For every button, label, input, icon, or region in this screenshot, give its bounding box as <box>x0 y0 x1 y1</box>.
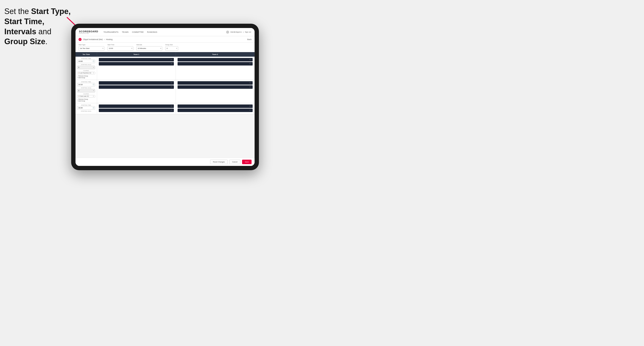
action-links-2: ○ Remove Group + Add Group <box>77 98 95 102</box>
table-body: STARTING TIME: STARTING HOLE: 1 COURSE: … <box>76 57 254 158</box>
start-type-select[interactable]: 1st Tee Start Shotgun Start <box>78 46 104 51</box>
nav-links: TOURNAMENTS TEAMS COMMITTEE RANKINGS <box>103 31 226 34</box>
intervals-select[interactable]: 10 Minutes 5 Minutes 15 Minutes <box>136 46 162 51</box>
nav-committee[interactable]: COMMITTEE <box>132 31 144 34</box>
tee-time-col-1: STARTING TIME: STARTING HOLE: 1 COURSE: … <box>76 57 97 80</box>
remove-group-1[interactable]: ○ Remove Group <box>77 75 95 77</box>
save-button[interactable]: Save <box>242 160 252 164</box>
start-time-group: Start Time 10:00 <box>108 44 133 51</box>
starting-time-input-wrap-2 <box>77 83 95 86</box>
starting-time-input-wrap-3 <box>77 106 95 110</box>
player-row-5-1: ✕ › <box>99 105 174 108</box>
nav-user: blair@clippd.io | Sign out <box>226 31 251 34</box>
group-size-select[interactable]: 3 2 4 <box>165 46 178 51</box>
intervals-select-wrap: 10 Minutes 5 Minutes 15 Minutes <box>136 46 162 51</box>
course-remove-1[interactable]: ✕ <box>93 72 94 74</box>
player-remove-6-1[interactable]: ✕ <box>250 105 251 107</box>
breadcrumb-bar: C Clippd Invitational (Me) › Hosting Bac… <box>76 36 254 43</box>
starting-time-label-2: STARTING TIME: <box>77 81 95 83</box>
player-expand-6-2[interactable]: › <box>251 109 252 111</box>
controls-row: Start Type 1st Tee Start Shotgun Start S… <box>76 43 254 52</box>
player-expand-1-1[interactable]: › <box>172 59 173 60</box>
player-remove-2-2[interactable]: ✕ <box>250 63 251 65</box>
back-button[interactable]: Back <box>247 38 252 40</box>
player-expand-4-2[interactable]: › <box>251 86 252 88</box>
start-time-select[interactable]: 10:00 <box>108 46 133 51</box>
player-remove-5-1[interactable]: ✕ <box>171 105 172 107</box>
nav-teams[interactable]: TEAMS <box>122 31 128 34</box>
course-remove-2[interactable]: ✕ <box>93 95 94 97</box>
add-group-1[interactable]: + Add Group <box>77 77 95 78</box>
starting-time-input-3[interactable] <box>77 106 95 110</box>
player-row-4-2: ✕ › <box>178 85 253 89</box>
section-name: Hosting <box>106 38 112 40</box>
instruction-text: Set the Start Type, Start Time, Interval… <box>4 6 73 47</box>
player-expand-4-1[interactable]: › <box>251 82 252 84</box>
start-type-group: Start Type 1st Tee Start Shotgun Start <box>78 44 104 51</box>
player-expand-2-1[interactable]: › <box>251 59 252 60</box>
player-row-1-2: ✕ › <box>99 62 174 65</box>
player-remove-3-2[interactable]: ✕ <box>171 86 172 88</box>
th-team2: Team 2 <box>176 52 254 57</box>
player-remove-4-2[interactable]: ✕ <box>250 86 251 88</box>
starting-time-input-wrap-1 <box>77 60 95 63</box>
group-row-1: STARTING TIME: STARTING HOLE: 1 COURSE: … <box>76 57 254 80</box>
brand-logo: C <box>78 38 82 41</box>
starting-time-label-3: STARTING TIME: <box>77 105 95 106</box>
tablet-frame: SCOREBOARD Powered by clipp TOURNAMENTS … <box>71 24 259 170</box>
nav-rankings[interactable]: RANKINGS <box>147 31 157 34</box>
intervals-group: Intervals 10 Minutes 5 Minutes 15 Minute… <box>136 44 162 51</box>
player-expand-3-2[interactable]: › <box>172 86 173 88</box>
breadcrumb: C Clippd Invitational (Me) › Hosting <box>78 38 112 41</box>
tee-time-col-2: STARTING TIME: STARTING HOLE: 1 COURSE: … <box>76 80 97 103</box>
start-type-label: Start Type <box>78 44 104 45</box>
course-name-1: (A) Peachtree GC <box>80 72 92 74</box>
course-name-2: East Lake GC <box>80 95 89 97</box>
team2-col-3: ✕ › ✕ › <box>176 103 254 114</box>
player-expand-5-1[interactable]: › <box>172 105 173 107</box>
reset-button[interactable]: Reset Changes <box>210 160 228 164</box>
group-size-select-wrap: 3 2 4 <box>165 46 178 51</box>
player-row-2-1: ✕ › <box>178 58 253 61</box>
player-remove-1-2[interactable]: ✕ <box>171 63 172 65</box>
starting-hole-select-wrap-1: 1 <box>77 66 95 69</box>
group-size-label: Group Size <box>165 44 178 45</box>
separator: | <box>243 31 244 33</box>
group-row-2: STARTING TIME: STARTING HOLE: 1 COURSE: … <box>76 80 254 103</box>
tee-time-col-3: STARTING TIME: STARTING HOLE: <box>76 103 97 114</box>
player-expand-1-2[interactable]: › <box>172 63 173 64</box>
nav-bar: SCOREBOARD Powered by clipp TOURNAMENTS … <box>76 28 254 36</box>
player-remove-1-1[interactable]: ✕ <box>171 59 172 61</box>
player-expand-2-2[interactable]: › <box>251 63 252 64</box>
player-expand-5-2[interactable]: › <box>172 109 173 111</box>
starting-time-input-1[interactable] <box>77 60 95 63</box>
player-remove-4-1[interactable]: ✕ <box>250 82 251 84</box>
course-tag-2: 🏌 East Lake GC ✕ <box>77 95 95 98</box>
starting-hole-select-1[interactable]: 1 <box>77 66 95 69</box>
nav-tournaments[interactable]: TOURNAMENTS <box>103 31 118 34</box>
starting-hole-label-3: STARTING HOLE: <box>77 111 95 112</box>
remove-group-2[interactable]: ○ Remove Group <box>77 98 95 100</box>
player-row-1-1: ✕ › <box>99 58 174 61</box>
add-group-2[interactable]: + Add Group <box>77 100 95 102</box>
starting-time-input-2[interactable] <box>77 83 95 86</box>
tablet-screen: SCOREBOARD Powered by clipp TOURNAMENTS … <box>76 28 254 166</box>
player-row-6-1: ✕ › <box>178 105 253 108</box>
user-avatar <box>226 31 229 34</box>
course-label-1: COURSE: <box>77 70 95 71</box>
starting-hole-select-2[interactable]: 1 <box>77 89 95 92</box>
player-remove-3-1[interactable]: ✕ <box>171 82 172 84</box>
player-row-3-1: ✕ › <box>99 81 174 85</box>
group-row-3: STARTING TIME: STARTING HOLE: ✕ › ✕ <box>76 103 254 114</box>
player-remove-5-2[interactable]: ✕ <box>171 109 172 111</box>
player-expand-3-1[interactable]: › <box>172 82 173 84</box>
sign-out-link[interactable]: Sign out <box>245 31 251 33</box>
starting-hole-label-2: STARTING HOLE: <box>77 87 95 89</box>
tournament-name[interactable]: Clippd Invitational (Me) <box>83 38 103 40</box>
cancel-button[interactable]: Cancel <box>229 160 240 164</box>
logo-subtext: Powered by clipp <box>79 33 98 34</box>
player-expand-6-1[interactable]: › <box>251 105 252 107</box>
team1-col-3: ✕ › ✕ › <box>97 103 176 114</box>
player-remove-6-2[interactable]: ✕ <box>250 109 251 111</box>
player-remove-2-1[interactable]: ✕ <box>250 59 251 61</box>
